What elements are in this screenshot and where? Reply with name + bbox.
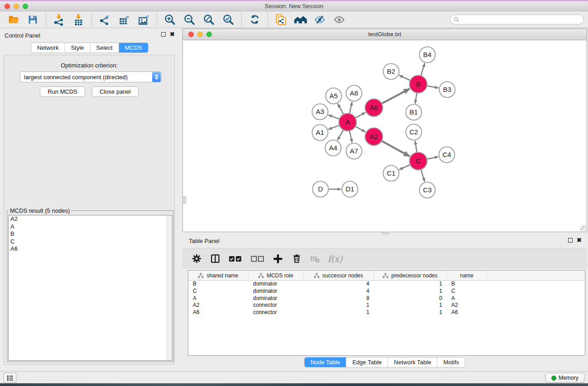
float-panel-icon[interactable] [161, 32, 166, 37]
function-builder-button[interactable]: f(x) [328, 254, 343, 264]
table-cell[interactable]: B [447, 281, 487, 288]
close-panel-icon[interactable]: ✖ [170, 32, 175, 37]
graph-node-A6[interactable]: A6 [365, 99, 383, 117]
graph-node-B2[interactable]: B2 [383, 64, 399, 80]
graph-node-C[interactable]: C [410, 152, 427, 170]
zoom-out-button[interactable] [180, 12, 199, 27]
ui-panels-menu-button[interactable] [4, 373, 16, 383]
table-cell[interactable]: 1 [303, 302, 374, 309]
table-cell[interactable]: 0 [374, 295, 447, 302]
table-cell[interactable]: C [188, 288, 249, 295]
tab-select[interactable]: Select [90, 43, 119, 52]
graph-node-B3[interactable]: B3 [440, 82, 455, 98]
table-row[interactable]: Cdominator41C [188, 288, 585, 295]
net-close-button[interactable] [188, 32, 194, 37]
table-cell[interactable]: A6 [447, 309, 487, 316]
network-graph[interactable]: B4B2BB3A5A8A6B1A3AC2A1A2A4A7C4CC1C3DD1 [183, 40, 587, 232]
graph-node-A1[interactable]: A1 [312, 125, 328, 141]
graph-node-D[interactable]: D [313, 181, 329, 197]
mcds-result-item[interactable]: A2 [9, 215, 172, 223]
tab-style[interactable]: Style [65, 43, 90, 52]
column-header-predecessor-nodes[interactable]: predecessor nodes [374, 271, 447, 281]
save-session-button[interactable] [23, 12, 43, 27]
zoom-fit-button[interactable] [199, 12, 219, 27]
zoom-selected-button[interactable] [219, 12, 238, 27]
table-cell[interactable]: 1 [303, 309, 374, 316]
table-cell[interactable]: C [447, 288, 487, 295]
close-table-panel-icon[interactable]: ✖ [577, 238, 582, 243]
table-tab-node-table[interactable]: Node Table [305, 357, 346, 367]
clone-network-button[interactable] [271, 12, 291, 27]
deselect-all-button[interactable] [250, 253, 265, 265]
network-canvas[interactable]: B4B2BB3A5A8A6B1A3AC2A1A2A4A7C4CC1C3DD1 [183, 40, 587, 232]
graph-node-A4[interactable]: A4 [325, 140, 341, 156]
graph-node-C2[interactable]: C2 [406, 124, 422, 140]
close-window-button[interactable] [5, 4, 10, 9]
table-cell[interactable]: dominator [249, 288, 303, 295]
graph-node-B1[interactable]: B1 [406, 105, 422, 120]
table-cell[interactable]: B [188, 281, 249, 288]
table-cell[interactable]: A2 [188, 302, 249, 309]
import-network-button[interactable] [49, 12, 69, 27]
mcds-result-item[interactable]: A [9, 223, 172, 231]
graph-node-A[interactable]: A [339, 114, 357, 131]
net-minimize-button[interactable] [197, 32, 203, 37]
table-cell[interactable]: A [188, 295, 249, 302]
tab-mcds[interactable]: MCDS [119, 43, 148, 52]
memory-status-button[interactable]: Memory [545, 373, 584, 383]
table-cell[interactable]: A6 [188, 309, 249, 316]
graph-node-A5[interactable]: A5 [326, 88, 342, 104]
import-table-button[interactable] [69, 12, 88, 27]
table-cell[interactable]: connector [249, 302, 303, 309]
table-cell[interactable]: connector [249, 309, 303, 316]
zoom-in-button[interactable] [160, 12, 180, 27]
table-cell[interactable]: 1 [374, 281, 447, 288]
table-cell[interactable]: 4 [303, 281, 374, 288]
table-cell[interactable]: dominator [249, 295, 303, 302]
criterion-dropdown[interactable]: largest connected component (directed) [20, 71, 162, 82]
list-scrollbar[interactable] [167, 215, 172, 360]
column-header-shared-name[interactable]: shared name [188, 271, 249, 281]
table-cell[interactable]: A [447, 295, 487, 302]
close-panel-button[interactable]: Close panel [92, 86, 139, 97]
table-row[interactable]: A2connector11A2 [188, 302, 585, 309]
tab-network[interactable]: Network [31, 43, 65, 52]
graph-node-B[interactable]: B [410, 76, 427, 93]
run-mcds-button[interactable]: Run MCDS [40, 86, 85, 97]
net-zoom-button[interactable] [206, 32, 212, 37]
show-all-button[interactable] [330, 12, 349, 27]
add-column-button[interactable] [272, 253, 284, 265]
table-settings-button[interactable] [191, 253, 202, 265]
export-table-button[interactable] [115, 12, 134, 27]
graph-node-A2[interactable]: A2 [365, 128, 383, 146]
hide-selected-button[interactable] [310, 12, 330, 27]
graph-node-C4[interactable]: C4 [439, 147, 455, 163]
export-image-button[interactable] [134, 12, 153, 27]
graph-node-A3[interactable]: A3 [312, 104, 328, 120]
column-header-MCDS-role[interactable]: MCDS role [249, 271, 303, 281]
graph-node-A8[interactable]: A8 [346, 86, 362, 101]
table-cell[interactable]: 1 [374, 309, 447, 316]
delete-table-button[interactable] [309, 253, 321, 265]
export-network-button[interactable] [95, 12, 115, 27]
search-input[interactable] [461, 15, 583, 24]
table-tab-motifs[interactable]: Motifs [437, 357, 465, 367]
graph-node-C1[interactable]: C1 [383, 166, 399, 181]
mcds-result-item[interactable]: A6 [9, 245, 172, 253]
table-row[interactable]: Bdominator41B [188, 281, 585, 288]
window-resize-grip[interactable] [580, 225, 586, 231]
graph-node-A7[interactable]: A7 [346, 143, 362, 159]
split-panel-button[interactable] [209, 253, 221, 265]
table-cell[interactable]: 4 [303, 288, 374, 295]
graph-node-D1[interactable]: D1 [342, 181, 358, 197]
float-table-panel-icon[interactable] [568, 238, 573, 243]
mcds-result-item[interactable]: C [9, 238, 172, 246]
graph-node-C3[interactable]: C3 [420, 182, 435, 198]
splitter-grip[interactable] [182, 196, 186, 204]
table-cell[interactable]: 1 [374, 288, 447, 295]
table-cell[interactable]: 1 [374, 302, 447, 309]
table-cell[interactable]: dominator [249, 281, 303, 288]
graph-node-B4[interactable]: B4 [420, 47, 435, 63]
zoom-window-button[interactable] [23, 4, 28, 9]
table-row[interactable]: Adominator80A [188, 295, 585, 302]
